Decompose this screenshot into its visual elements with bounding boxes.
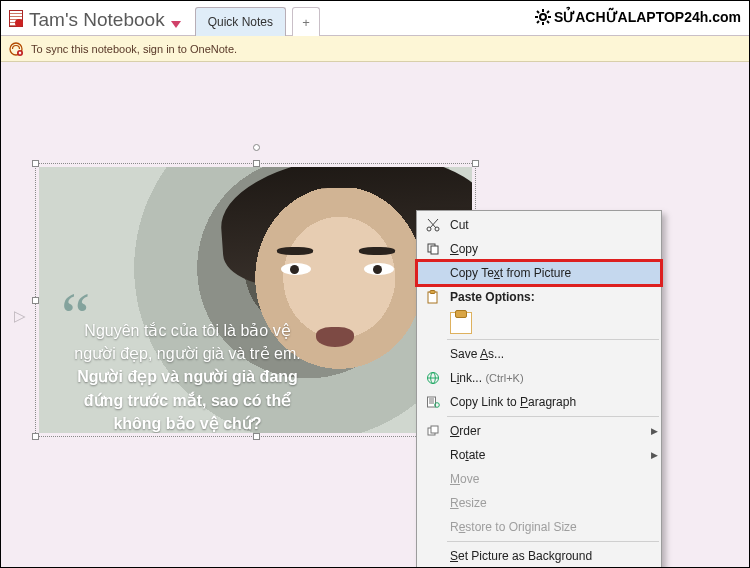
sync-infobar: To sync this notebook, sign in to OneNot… [1, 36, 749, 62]
resize-handle-sw[interactable] [32, 433, 39, 440]
selected-image[interactable]: “ Nguyên tắc của tôi là bảo vệ người đẹp… [35, 163, 476, 437]
plus-icon: + [302, 15, 310, 30]
menu-label: Move [444, 472, 647, 486]
menu-move: Move [417, 467, 661, 491]
svg-rect-19 [430, 291, 435, 294]
clipboard-icon [450, 312, 472, 334]
menu-order[interactable]: Order ▶ [417, 419, 661, 443]
resize-handle-ne[interactable] [472, 160, 479, 167]
svg-marker-0 [171, 21, 181, 28]
resize-handle-nw[interactable] [32, 160, 39, 167]
brand-label: SỬACHỮALAPTOP24h.com [554, 9, 741, 25]
order-icon [422, 424, 444, 438]
svg-line-6 [537, 11, 539, 13]
menu-label: Restore to Original Size [444, 520, 647, 534]
menu-label: Save As... [444, 347, 647, 361]
resize-handle-n[interactable] [253, 160, 260, 167]
tab-label: Quick Notes [208, 15, 273, 29]
menu-label: Copy Text from Picture [444, 266, 647, 280]
image-brow [277, 247, 313, 255]
add-tab-button[interactable]: + [292, 7, 320, 36]
menu-label: Set Picture as Background [444, 549, 647, 563]
quote-line: Nguyên tắc của tôi là bảo vệ [84, 322, 290, 339]
image-mouth [316, 327, 354, 347]
menu-separator [447, 541, 659, 542]
menu-cut[interactable]: Cut [417, 213, 661, 237]
menu-rotate[interactable]: Rotate ▶ [417, 443, 661, 467]
sync-message: To sync this notebook, sign in to OneNot… [31, 43, 237, 55]
svg-rect-17 [431, 246, 438, 254]
context-menu: Cut Copy Copy Text from Picture Paste Op… [416, 210, 662, 568]
resize-handle-w[interactable] [32, 297, 39, 304]
menu-label: Copy [444, 242, 647, 256]
quote-line: đứng trước mắt, sao có thể [84, 392, 291, 409]
copy-icon [422, 242, 444, 256]
paragraph-link-icon [422, 395, 444, 409]
rotate-handle[interactable] [253, 144, 260, 151]
image-eye [281, 263, 311, 275]
note-canvas[interactable]: ▷ “ Nguyên tắc của tôi là bảo vệ người đ… [1, 63, 749, 567]
menu-copy-link-to-paragraph[interactable]: Copy Link to Paragraph [417, 390, 661, 414]
quote-line: Người đẹp và người già đang [77, 368, 298, 385]
menu-copy[interactable]: Copy [417, 237, 661, 261]
cog-icon [535, 9, 551, 25]
notebook-name[interactable]: Tam's Notebook [29, 9, 165, 31]
menu-save-as[interactable]: Save As... [417, 342, 661, 366]
menu-label: Link... (Ctrl+K) [444, 371, 647, 385]
menu-label: Resize [444, 496, 647, 510]
cut-icon [422, 218, 444, 232]
menu-link[interactable]: Link... (Ctrl+K) [417, 366, 661, 390]
svg-point-1 [540, 14, 546, 20]
notebook-icon [9, 10, 23, 27]
svg-rect-29 [431, 426, 438, 433]
image-brow [359, 247, 395, 255]
quote-line: không bảo vệ chứ? [113, 415, 261, 432]
menu-label: Copy Link to Paragraph [444, 395, 647, 409]
quote-line: người đẹp, người già và trẻ em. [74, 345, 300, 362]
menu-copy-text-from-picture[interactable]: Copy Text from Picture [417, 261, 661, 285]
svg-line-8 [547, 11, 549, 13]
menu-separator [447, 339, 659, 340]
menu-label: Paste Options: [444, 290, 647, 304]
paste-icon [422, 290, 444, 304]
svg-line-9 [537, 21, 539, 23]
menu-label: Order [444, 424, 647, 438]
link-icon [422, 371, 444, 385]
insertion-caret-icon: ▷ [14, 307, 26, 325]
menu-restore-original-size: Restore to Original Size [417, 515, 661, 539]
sync-error-icon [9, 42, 23, 56]
menu-set-picture-as-background[interactable]: Set Picture as Background [417, 544, 661, 568]
submenu-arrow-icon: ▶ [647, 426, 661, 436]
menu-paste-options-header: Paste Options: [417, 285, 661, 309]
menu-label: Cut [444, 218, 647, 232]
resize-handle-s[interactable] [253, 433, 260, 440]
image-content: “ Nguyên tắc của tôi là bảo vệ người đẹp… [39, 167, 472, 433]
svg-line-7 [547, 21, 549, 23]
menu-separator [447, 416, 659, 417]
notebook-dropdown-caret[interactable] [171, 15, 181, 25]
menu-paste-option-keep-source[interactable] [417, 309, 661, 337]
submenu-arrow-icon: ▶ [647, 450, 661, 460]
image-quote-text: Nguyên tắc của tôi là bảo vệ người đẹp, … [73, 319, 302, 433]
image-eye [364, 263, 394, 275]
watermark-brand: SỬACHỮALAPTOP24h.com [535, 9, 741, 25]
menu-resize: Resize [417, 491, 661, 515]
menu-label: Rotate [444, 448, 647, 462]
tab-quick-notes[interactable]: Quick Notes [195, 7, 286, 36]
